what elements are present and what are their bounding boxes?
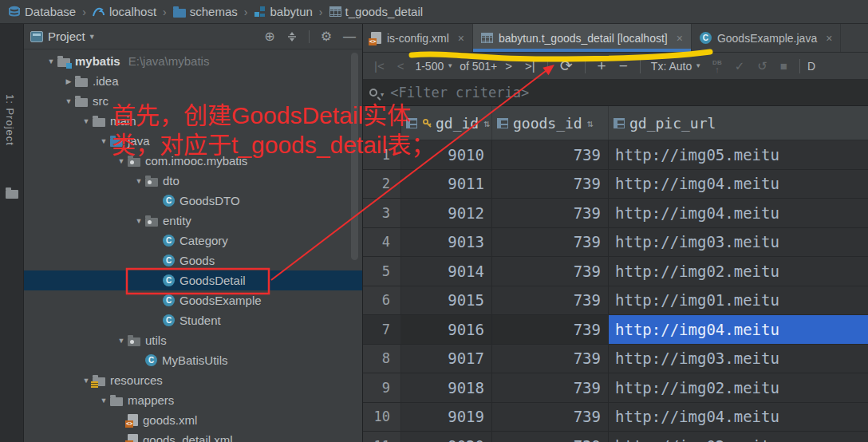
expand-arrow-icon[interactable]: ▶ (62, 77, 75, 85)
cell-gd-id[interactable]: 9010 (401, 140, 492, 169)
hide-panel-icon[interactable]: — (343, 30, 356, 44)
cell-gd-id[interactable]: 9018 (401, 373, 492, 402)
cell-gd-id[interactable]: 9020 (401, 432, 492, 442)
cell-gd-pic-url[interactable]: http://img04.meitu (609, 199, 868, 227)
project-panel-title[interactable]: Project (48, 30, 85, 43)
breadcrumb-schemas[interactable]: schemas (172, 5, 239, 18)
column-header-gd-id[interactable]: gd_id ⇅ (401, 106, 492, 140)
cell-gd-id[interactable]: 9015 (401, 286, 492, 315)
delete-row-button[interactable]: − (614, 57, 633, 75)
cell-goods-id[interactable]: 739 (492, 170, 609, 199)
collapse-arrow-icon[interactable]: ▼ (132, 177, 145, 185)
breadcrumb-babytun[interactable]: babytun (252, 5, 314, 18)
ddl-button[interactable]: D (807, 60, 815, 73)
cell-gd-pic-url[interactable]: http://img05.meitu (609, 140, 868, 169)
filter-row[interactable]: ▼ <Filter criteria> (363, 80, 868, 106)
cell-gd-pic-url[interactable]: http://img02.meitu (609, 432, 868, 442)
settings-gear-icon[interactable]: ⚙ (321, 29, 332, 44)
cell-gd-id[interactable]: 9011 (401, 170, 492, 199)
collapse-arrow-icon[interactable]: ▼ (62, 97, 75, 105)
tx-mode-dropdown[interactable]: Tx: Auto ▼ (648, 60, 704, 73)
cell-goods-id[interactable]: 739 (492, 140, 609, 169)
tree-item-goodsexample[interactable]: CGoodsExample (24, 290, 362, 310)
breadcrumb-database[interactable]: Database (6, 5, 77, 18)
collapse-all-icon[interactable] (286, 31, 298, 42)
collapse-arrow-icon[interactable]: ▼ (45, 57, 57, 65)
tree-item-goods-xml[interactable]: goods.xml (24, 410, 362, 430)
tree-item-dto[interactable]: ▼dto (24, 171, 362, 191)
cell-goods-id[interactable]: 739 (492, 315, 609, 344)
tree-item-entity[interactable]: ▼entity (24, 211, 362, 231)
previous-page-button[interactable]: < (393, 59, 409, 73)
tree-item-utils[interactable]: ▼utils (24, 330, 362, 350)
breadcrumb-t-goods-detail[interactable]: t_goods_detail (328, 5, 425, 18)
tree-item-goods-detail-xml[interactable]: goods_detail.xml (24, 430, 362, 442)
close-icon[interactable]: × (826, 32, 832, 45)
column-header-goods-id[interactable]: goods_id ⇅ (492, 106, 609, 140)
tree-item-goods[interactable]: CGoods (24, 251, 362, 270)
first-page-button[interactable]: |< (369, 59, 389, 73)
row-number[interactable]: 5 (363, 257, 401, 286)
page-size-dropdown[interactable]: 1-500 ▼ (412, 60, 456, 73)
tree-item-main[interactable]: ▼main (24, 111, 362, 131)
favorites-toolwindow-icon[interactable] (6, 190, 18, 199)
tree-item-goodsdetail[interactable]: CGoodsDetail (24, 270, 362, 290)
collapse-arrow-icon[interactable]: ▼ (97, 397, 110, 405)
collapse-arrow-icon[interactable]: ▼ (115, 337, 128, 345)
add-row-button[interactable]: + (593, 57, 611, 75)
tree-item-mybatis[interactable]: ▼mybatisE:\java\mybatis (24, 51, 362, 71)
commit-icon[interactable]: ✓ (730, 59, 750, 73)
cell-gd-pic-url[interactable]: http://img03.meitu (609, 228, 868, 257)
cell-gd-pic-url[interactable]: http://img02.meitu (609, 257, 868, 286)
cell-gd-pic-url[interactable]: http://img04.meitu (609, 315, 868, 344)
next-page-button[interactable]: > (500, 59, 517, 73)
tree-item-src[interactable]: ▼src (24, 91, 362, 111)
stop-icon[interactable]: ■ (775, 59, 792, 73)
filter-criteria-input[interactable]: <Filter criteria> (390, 85, 529, 101)
row-number[interactable]: 11 (363, 432, 401, 442)
rollback-icon[interactable]: ↺ (752, 59, 772, 73)
cell-gd-id[interactable]: 9016 (401, 315, 492, 344)
cell-goods-id[interactable]: 739 (492, 345, 609, 373)
cell-gd-id[interactable]: 9013 (401, 228, 492, 257)
tree-item-resources[interactable]: ▼resources (24, 370, 362, 390)
row-number[interactable]: 1 (363, 140, 401, 169)
cell-goods-id[interactable]: 739 (492, 228, 609, 257)
tab-goods-example-java[interactable]: C GoodsExample.java × (692, 24, 841, 52)
cell-gd-id[interactable]: 9017 (401, 345, 492, 373)
cell-goods-id[interactable]: 739 (492, 432, 609, 442)
chevron-down-icon[interactable]: ▼ (381, 92, 384, 98)
tree-item-category[interactable]: CCategory (24, 231, 362, 251)
tab-babytun-t-goods-detail[interactable]: babytun.t_goods_detail [localhost] × (473, 24, 692, 52)
tree-item-mybatisutils[interactable]: CMyBatisUtils (24, 350, 362, 370)
row-number[interactable]: 4 (363, 228, 401, 257)
project-toolwindow-button[interactable]: 1: Project (4, 94, 16, 146)
collapse-arrow-icon[interactable]: ▼ (115, 157, 128, 165)
cell-goods-id[interactable]: 739 (492, 286, 609, 315)
tree-item-idea[interactable]: ▶.idea (24, 71, 362, 91)
tree-item-java[interactable]: ▼java (24, 131, 362, 151)
cell-gd-pic-url[interactable]: http://img02.meitu (609, 373, 868, 402)
reload-icon[interactable]: ⟳ (555, 57, 578, 75)
locate-file-icon[interactable]: ⊕ (264, 29, 274, 44)
cell-goods-id[interactable]: 739 (492, 373, 609, 402)
collapse-arrow-icon[interactable]: ▼ (97, 137, 110, 145)
cell-gd-pic-url[interactable]: http://img04.meitu (609, 403, 868, 432)
cell-gd-pic-url[interactable]: http://img04.meitu (609, 170, 868, 199)
row-number[interactable]: 8 (363, 345, 401, 373)
tree-item-com-imooc-mybatis[interactable]: ▼com.imooc.mybatis (24, 151, 362, 171)
close-icon[interactable]: × (458, 32, 464, 45)
column-header-gd-pic-url[interactable]: gd_pic_url (609, 106, 868, 140)
row-number[interactable]: 10 (363, 403, 401, 432)
project-scrollbar[interactable] (351, 53, 358, 260)
collapse-arrow-icon[interactable]: ▼ (80, 117, 93, 125)
cell-goods-id[interactable]: 739 (492, 199, 609, 227)
close-icon[interactable]: × (677, 32, 683, 45)
cell-gd-id[interactable]: 9019 (401, 403, 492, 432)
cell-gd-id[interactable]: 9012 (401, 199, 492, 227)
tree-item-goodsdto[interactable]: CGoodsDTO (24, 191, 362, 211)
cell-gd-pic-url[interactable]: http://img03.meitu (609, 345, 868, 373)
breadcrumb-localhost[interactable]: localhost (91, 5, 158, 18)
sort-arrows-icon[interactable]: ⇅ (587, 117, 594, 129)
row-number[interactable]: 7 (363, 315, 401, 344)
